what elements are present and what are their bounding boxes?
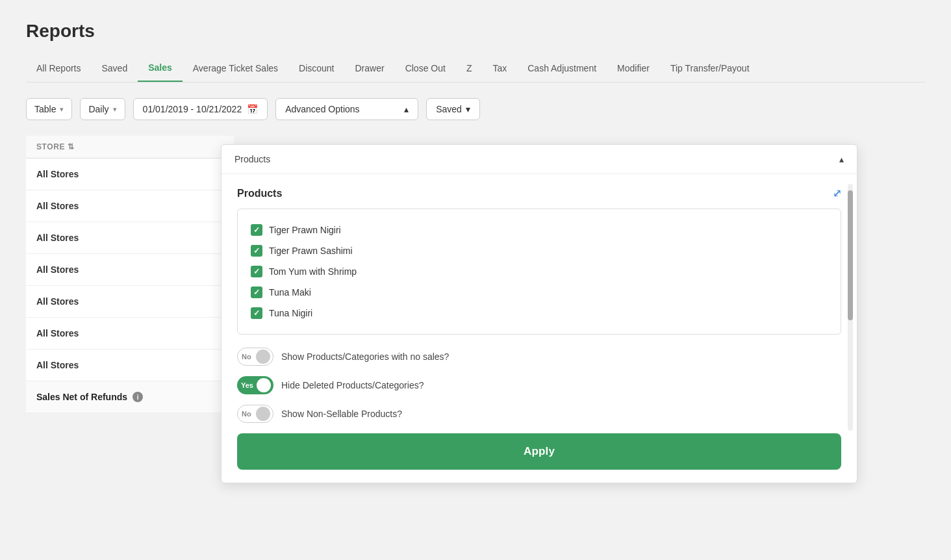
tab-all-reports-label: All Reports — [36, 63, 81, 73]
expand-icon[interactable]: ⤢ — [833, 187, 841, 199]
table-row: All Stores — [26, 159, 234, 190]
product-item-tiger-prawn-sashimi: Tiger Prawn Sashimi — [251, 240, 828, 261]
tab-sales-label: Sales — [148, 62, 172, 73]
tab-tip-transfer-payout-label: Tip Transfer/Payout — [670, 63, 750, 73]
dropdown-scrollbar[interactable] — [848, 184, 853, 431]
dropdown-body: Products ⤢ Tiger Prawn Nigiri Tiger Praw… — [222, 174, 857, 483]
tab-modifier[interactable]: Modifier — [607, 58, 660, 81]
tab-close-out-label: Close Out — [405, 63, 446, 73]
toggle-hide-deleted[interactable]: Yes — [237, 376, 273, 394]
product-item-tuna-maki: Tuna Maki — [251, 282, 828, 303]
date-range-picker[interactable]: 01/01/2019 - 10/21/2022 📅 — [133, 98, 268, 120]
dropdown-header-chevron-up-icon: ▴ — [839, 154, 844, 164]
tab-modifier-label: Modifier — [617, 63, 650, 73]
apply-button[interactable]: Apply — [237, 433, 841, 470]
product-checkbox-tiger-prawn-nigiri[interactable] — [251, 224, 262, 236]
toggle-non-sellable-knob — [256, 407, 270, 421]
product-label-tom-yum-with-shrimp: Tom Yum with Shrimp — [269, 266, 357, 277]
page-container: Reports All Reports Saved Sales Average … — [0, 0, 951, 560]
view-select-chevron-icon: ▾ — [60, 105, 64, 114]
tab-cash-adjustment-label: Cash Adjustment — [527, 63, 596, 73]
tab-tax-label: Tax — [492, 63, 507, 73]
tab-saved-label: Saved — [101, 63, 127, 73]
products-list: Tiger Prawn Nigiri Tiger Prawn Sashimi T… — [237, 209, 841, 335]
product-checkbox-tiger-prawn-sashimi[interactable] — [251, 245, 262, 257]
saved-button[interactable]: Saved ▾ — [426, 98, 480, 120]
saved-chevron-icon: ▾ — [466, 104, 470, 114]
product-label-tiger-prawn-nigiri: Tiger Prawn Nigiri — [269, 225, 341, 235]
product-label-tuna-maki: Tuna Maki — [269, 287, 311, 298]
dropdown-scrollbar-thumb — [848, 190, 853, 320]
table-row: All Stores — [26, 254, 234, 286]
tab-drawer[interactable]: Drawer — [345, 58, 395, 81]
period-select-chevron-icon: ▾ — [113, 105, 117, 114]
product-item-tuna-nigiri: Tuna Nigiri — [251, 303, 828, 324]
toggle-no-sales-text: Show Products/Categories with no sales? — [281, 351, 449, 362]
tab-drawer-label: Drawer — [355, 63, 385, 73]
advanced-options-dropdown: Products ▴ Products ⤢ Tiger Prawn Nigiri… — [221, 144, 857, 483]
sort-icon[interactable]: ⇅ — [68, 142, 75, 151]
tab-cash-adjustment[interactable]: Cash Adjustment — [517, 58, 607, 81]
tab-close-out[interactable]: Close Out — [395, 58, 456, 81]
table-row: All Stores — [26, 350, 234, 381]
table-row: All Stores — [26, 318, 234, 350]
calendar-icon: 📅 — [247, 104, 258, 114]
toggle-hide-deleted-label: Yes — [241, 381, 253, 389]
table-header: STORE ⇅ — [26, 136, 234, 159]
tab-z[interactable]: Z — [456, 58, 483, 81]
page-title: Reports — [26, 21, 925, 42]
tab-tip-transfer-payout[interactable]: Tip Transfer/Payout — [660, 58, 760, 81]
products-section-label: Products — [237, 188, 282, 199]
date-range-label: 01/01/2019 - 10/21/2022 — [143, 104, 242, 114]
toggle-hide-deleted-text: Hide Deleted Products/Categories? — [281, 380, 424, 390]
info-icon: i — [133, 392, 143, 402]
toggle-no-sales-knob — [256, 350, 270, 364]
advanced-options-chevron-up-icon: ▴ — [404, 104, 409, 114]
store-column-header: STORE — [36, 142, 65, 151]
table-area: STORE ⇅ All Stores All Stores All Stores… — [26, 136, 234, 413]
view-select-label: Table — [34, 104, 56, 114]
toggle-hide-deleted-row: Yes Hide Deleted Products/Categories? — [237, 376, 841, 394]
toggle-no-sales-label: No — [242, 353, 251, 361]
table-row: All Stores — [26, 222, 234, 254]
product-label-tiger-prawn-sashimi: Tiger Prawn Sashimi — [269, 246, 353, 256]
tab-z-label: Z — [466, 63, 472, 73]
product-checkbox-tuna-nigiri[interactable] — [251, 307, 262, 319]
period-select-label: Daily — [88, 104, 108, 114]
product-label-tuna-nigiri: Tuna Nigiri — [269, 308, 312, 318]
toggle-non-sellable-row: No Show Non-Sellable Products? — [237, 405, 841, 423]
toggle-no-sales[interactable]: No — [237, 348, 273, 366]
sales-net-label: Sales Net of Refunds — [36, 392, 127, 402]
product-item-tiger-prawn-nigiri: Tiger Prawn Nigiri — [251, 220, 828, 240]
toggle-no-sales-row: No Show Products/Categories with no sale… — [237, 348, 841, 366]
tab-all-reports[interactable]: All Reports — [26, 58, 91, 81]
tab-average-ticket-sales[interactable]: Average Ticket Sales — [183, 58, 288, 81]
table-row: All Stores — [26, 190, 234, 222]
toggle-non-sellable-label: No — [242, 410, 251, 418]
dropdown-header-label: Products — [235, 154, 270, 164]
tab-bar: All Reports Saved Sales Average Ticket S… — [26, 57, 925, 83]
view-select[interactable]: Table ▾ — [26, 98, 72, 120]
products-section-header: Products ⤢ — [237, 187, 841, 199]
tab-sales[interactable]: Sales — [138, 57, 183, 82]
tab-average-ticket-sales-label: Average Ticket Sales — [193, 63, 278, 73]
product-item-tom-yum-with-shrimp: Tom Yum with Shrimp — [251, 261, 828, 282]
toolbar: Table ▾ Daily ▾ 01/01/2019 - 10/21/2022 … — [26, 98, 925, 120]
toggle-hide-deleted-knob — [257, 378, 271, 392]
product-checkbox-tom-yum-with-shrimp[interactable] — [251, 266, 262, 277]
toggle-non-sellable-text: Show Non-Sellable Products? — [281, 409, 402, 419]
product-checkbox-tuna-maki[interactable] — [251, 286, 262, 298]
saved-label: Saved — [436, 104, 462, 114]
tab-discount[interactable]: Discount — [288, 58, 344, 81]
advanced-options-button[interactable]: Advanced Options ▴ — [275, 98, 418, 120]
table-footer-row: Sales Net of Refunds i — [26, 381, 234, 413]
dropdown-header: Products ▴ — [222, 145, 857, 174]
table-row: All Stores — [26, 286, 234, 318]
tab-tax[interactable]: Tax — [482, 58, 517, 81]
toggle-non-sellable[interactable]: No — [237, 405, 273, 423]
tab-saved[interactable]: Saved — [91, 58, 138, 81]
period-select[interactable]: Daily ▾ — [80, 98, 125, 120]
advanced-options-label: Advanced Options — [285, 104, 359, 114]
tab-discount-label: Discount — [299, 63, 334, 73]
